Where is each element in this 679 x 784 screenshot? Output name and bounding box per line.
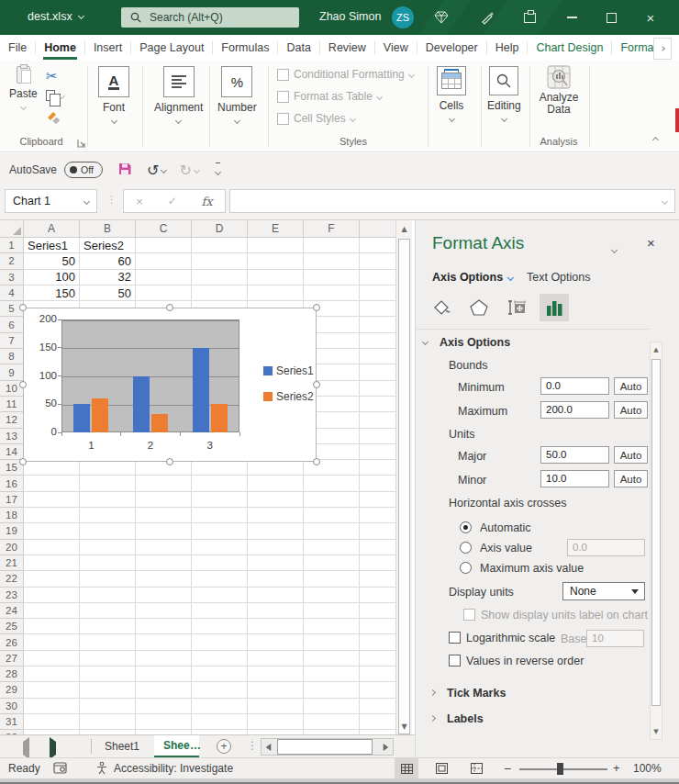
cell-E29[interactable] bbox=[248, 682, 304, 698]
reverse-order-checkbox[interactable] bbox=[449, 655, 461, 666]
row-header-29[interactable]: 29 bbox=[0, 682, 24, 698]
cell-A2[interactable]: 50 bbox=[24, 253, 80, 269]
sheet-tab-sheet1[interactable]: Sheet1 bbox=[95, 735, 149, 757]
cell-partial-30[interactable] bbox=[360, 699, 395, 714]
column-header-c[interactable]: C bbox=[136, 220, 192, 238]
tab-home[interactable]: Home bbox=[36, 35, 84, 61]
axis-value-radio[interactable] bbox=[460, 542, 472, 554]
maximum-axis-value-label[interactable]: Maximum axis value bbox=[480, 562, 584, 575]
scrollbar-thumb[interactable] bbox=[651, 359, 661, 706]
column-header-f[interactable]: F bbox=[304, 220, 360, 238]
close-icon[interactable]: × bbox=[640, 7, 661, 28]
cell-E19[interactable] bbox=[248, 523, 304, 539]
cell-A3[interactable]: 100 bbox=[24, 270, 80, 286]
cell-A27[interactable] bbox=[24, 651, 80, 666]
accessibility-icon[interactable] bbox=[95, 761, 108, 778]
cell-C3[interactable] bbox=[136, 270, 192, 286]
cell-A29[interactable] bbox=[24, 682, 80, 698]
cell-A4[interactable]: 150 bbox=[24, 286, 80, 301]
column-header-d[interactable]: D bbox=[192, 220, 248, 238]
cell-partial-2[interactable] bbox=[360, 253, 395, 269]
cell-D23[interactable] bbox=[192, 588, 248, 603]
cell-F4[interactable] bbox=[304, 286, 360, 301]
cancel-icon[interactable]: × bbox=[136, 195, 143, 208]
cell-D19[interactable] bbox=[192, 523, 248, 539]
size-properties-icon[interactable] bbox=[502, 294, 531, 321]
sheet-tab-ellipsis[interactable]: … bbox=[190, 739, 201, 752]
avatar[interactable]: ZS bbox=[392, 6, 414, 28]
cell-A31[interactable] bbox=[24, 714, 80, 730]
cell-F31[interactable] bbox=[304, 714, 360, 730]
cell-E30[interactable] bbox=[248, 699, 304, 714]
cell-B29[interactable] bbox=[80, 682, 136, 698]
cell-A22[interactable] bbox=[24, 571, 80, 587]
sheet-nav-right-icon[interactable] bbox=[50, 742, 56, 755]
cell-B24[interactable] bbox=[80, 603, 136, 619]
cell-partial-15[interactable] bbox=[360, 460, 395, 476]
cell-partial-19[interactable] bbox=[360, 523, 395, 539]
tab-page-layout[interactable]: Page Layout bbox=[131, 35, 212, 61]
cell-B19[interactable] bbox=[80, 523, 136, 539]
cell-partial-5[interactable] bbox=[360, 301, 395, 317]
cell-F3[interactable] bbox=[304, 270, 360, 286]
chevron-down-icon[interactable] bbox=[662, 198, 668, 205]
cell-D1[interactable] bbox=[192, 238, 248, 253]
undo-button[interactable]: ↺ bbox=[147, 162, 159, 179]
maximum-auto-button[interactable]: Auto bbox=[614, 401, 648, 419]
pen-icon[interactable] bbox=[477, 7, 497, 28]
cell-B31[interactable] bbox=[80, 714, 136, 730]
clipboard-dialog-launcher[interactable] bbox=[77, 138, 86, 151]
automatic-label[interactable]: Automatic bbox=[480, 521, 531, 534]
minor-input[interactable]: 10.0 bbox=[540, 470, 609, 487]
row-header-11[interactable]: 11 bbox=[0, 397, 24, 412]
page-layout-view-button[interactable] bbox=[429, 758, 453, 778]
cell-C26[interactable] bbox=[136, 634, 192, 650]
cell-partial-3[interactable] bbox=[360, 270, 395, 286]
cell-partial-25[interactable] bbox=[360, 619, 395, 634]
row-header-26[interactable]: 26 bbox=[0, 634, 24, 650]
scrollbar-thumb[interactable] bbox=[277, 739, 373, 755]
row-header-28[interactable]: 28 bbox=[0, 666, 24, 682]
cell-E21[interactable] bbox=[248, 555, 304, 571]
selection-handle[interactable] bbox=[19, 458, 27, 465]
analyze-data-button[interactable]: AnalyzeData bbox=[536, 64, 582, 116]
format-painter-button[interactable] bbox=[46, 110, 61, 127]
cell-partial-26[interactable] bbox=[360, 634, 395, 650]
row-header-7[interactable]: 7 bbox=[0, 333, 24, 349]
row-header-21[interactable]: 21 bbox=[0, 555, 24, 571]
cell-F22[interactable] bbox=[304, 571, 360, 587]
ribbon-overflow-button[interactable] bbox=[653, 38, 672, 60]
zoom-slider-track[interactable] bbox=[519, 768, 607, 770]
cell-F30[interactable] bbox=[304, 699, 360, 714]
cell-C15[interactable] bbox=[136, 460, 192, 476]
cell-C2[interactable] bbox=[136, 253, 192, 269]
cell-C22[interactable] bbox=[136, 571, 192, 587]
cell-B30[interactable] bbox=[80, 699, 136, 714]
major-auto-button[interactable]: Auto bbox=[614, 446, 648, 464]
cell-partial-16[interactable] bbox=[360, 476, 395, 491]
cell-F2[interactable] bbox=[304, 253, 360, 269]
cell-D24[interactable] bbox=[192, 603, 248, 619]
cell-C27[interactable] bbox=[136, 651, 192, 666]
cell-D20[interactable] bbox=[192, 540, 248, 555]
normal-view-button[interactable] bbox=[395, 758, 418, 778]
cell-A23[interactable] bbox=[24, 588, 80, 603]
cell-A26[interactable] bbox=[24, 634, 80, 650]
bar-series1-cat3[interactable] bbox=[193, 348, 209, 432]
cell-C20[interactable] bbox=[136, 540, 192, 555]
logarithmic-scale-label[interactable]: Logarithmic scale bbox=[466, 632, 555, 644]
tab-developer[interactable]: Developer bbox=[417, 35, 486, 61]
legend-label-series2[interactable]: Series2 bbox=[276, 390, 314, 403]
editing-group-button[interactable]: Editing bbox=[487, 66, 521, 121]
cell-F17[interactable] bbox=[304, 492, 360, 508]
cell-partial-22[interactable] bbox=[360, 571, 395, 587]
cell-styles-button[interactable]: Cell Styles bbox=[277, 112, 355, 125]
cell-partial-10[interactable] bbox=[360, 381, 395, 397]
cell-D28[interactable] bbox=[192, 666, 248, 682]
cell-partial-21[interactable] bbox=[360, 555, 395, 571]
cell-D26[interactable] bbox=[192, 634, 248, 650]
cell-D17[interactable] bbox=[192, 492, 248, 508]
row-header-18[interactable]: 18 bbox=[0, 508, 24, 523]
cell-F26[interactable] bbox=[304, 634, 360, 650]
minimum-auto-button[interactable]: Auto bbox=[614, 377, 648, 395]
